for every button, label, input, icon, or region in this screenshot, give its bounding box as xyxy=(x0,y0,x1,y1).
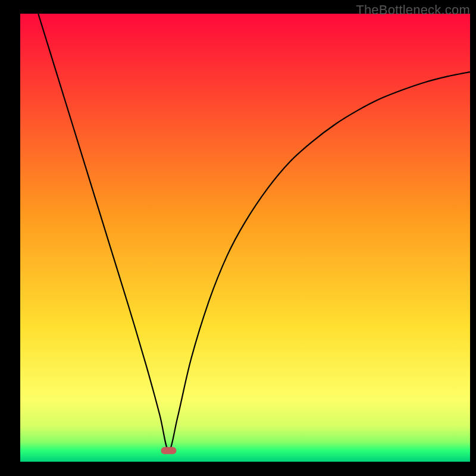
bottleneck-chart xyxy=(0,0,476,476)
watermark: TheBottleneck.com xyxy=(356,2,470,18)
plot-background xyxy=(20,14,470,462)
minimum-marker xyxy=(161,447,176,454)
chart-frame: { "watermark": "TheBottleneck.com", "cha… xyxy=(0,0,476,476)
